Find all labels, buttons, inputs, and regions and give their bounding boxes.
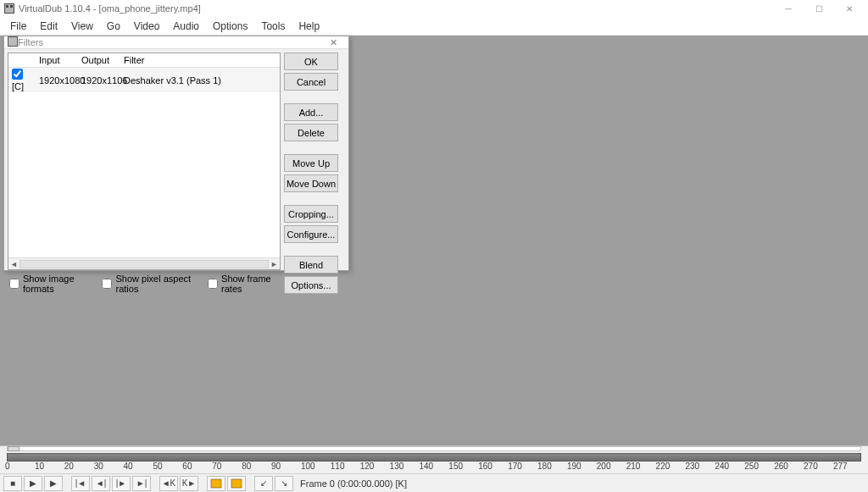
mark-out-button[interactable]: ↘ [275, 476, 293, 491]
tick-label: 270 [804, 462, 833, 471]
add-button[interactable]: Add... [284, 103, 338, 121]
tick-label: 110 [331, 462, 360, 471]
close-button[interactable]: ✕ [834, 0, 865, 17]
maximize-button[interactable]: ☐ [804, 0, 834, 17]
tick-label: 250 [744, 462, 774, 471]
filter-row-name: Deshaker v3.1 (Pass 1) [124, 75, 278, 86]
tick-label: 160 [478, 462, 508, 471]
col-filter: Filter [124, 55, 278, 65]
options-button[interactable]: Options... [284, 276, 338, 294]
step-fwd-button[interactable]: |► [112, 476, 131, 491]
menu-help[interactable]: Help [292, 19, 326, 34]
filter-row[interactable]: [C] 1920x1080 1920x1106 Deshaker v3.1 (P… [8, 68, 280, 92]
col-output: Output [81, 55, 124, 65]
app-icon [3, 3, 15, 14]
goto-end-button[interactable]: ►| [132, 476, 151, 491]
goto-start-button[interactable]: |◄ [71, 476, 90, 491]
tick-label: 230 [685, 462, 715, 471]
tick-label: 200 [597, 462, 626, 471]
timeline-ticks: 0102030405060708090100110120130140150160… [0, 462, 868, 473]
stop-button[interactable]: ■ [3, 476, 22, 491]
tick-label: 60 [182, 462, 212, 471]
play-output-button[interactable]: ▶ [44, 476, 63, 491]
timeline-slider[interactable] [7, 446, 861, 451]
tick-label: 50 [153, 462, 182, 471]
tick-label: 20 [64, 462, 94, 471]
dialog-title: Filters [18, 37, 43, 47]
minimize-button[interactable]: ─ [773, 0, 804, 17]
menu-audio[interactable]: Audio [166, 19, 206, 34]
tick-label: 10 [35, 462, 64, 471]
delete-button[interactable]: Delete [284, 124, 338, 141]
tick-label: 80 [242, 462, 271, 471]
check-show-image-formats[interactable]: Show image formats [9, 274, 90, 294]
filter-row-tag: [C] [12, 81, 24, 91]
tick-label: 70 [212, 462, 242, 471]
scene-prev-button[interactable] [207, 476, 225, 491]
menu-edit[interactable]: Edit [33, 19, 64, 34]
svg-rect-7 [231, 479, 242, 488]
tick-label: 240 [715, 462, 744, 471]
filter-list-header: Input Output Filter [8, 53, 280, 68]
tick-label: 90 [271, 462, 301, 471]
configure-button[interactable]: Configure... [284, 225, 338, 243]
filter-list[interactable]: Input Output Filter [C] 1920x1080 1920x1… [8, 53, 281, 270]
tick-label: 0 [5, 462, 35, 471]
scroll-right-icon[interactable]: ► [270, 260, 278, 268]
tick-label: 130 [390, 462, 420, 471]
window-titlebar: VirtualDub 1.10.4 - [oma_phone_jittery.m… [0, 0, 868, 17]
tick-label: 30 [94, 462, 124, 471]
filter-list-hscroll[interactable]: ◄ ► [8, 257, 280, 269]
tick-label: 170 [508, 462, 537, 471]
menu-file[interactable]: File [3, 19, 33, 34]
menu-tools[interactable]: Tools [254, 19, 292, 34]
key-next-button[interactable]: K► [180, 476, 198, 491]
tick-label: 100 [301, 462, 331, 471]
key-prev-button[interactable]: ◄K [159, 476, 178, 491]
tick-label: 120 [360, 462, 390, 471]
menu-view[interactable]: View [64, 19, 100, 34]
cropping-button[interactable]: Cropping... [284, 205, 338, 223]
filter-row-input: 1920x1080 [39, 75, 81, 86]
timeline-ruler[interactable] [7, 453, 861, 462]
window-title: VirtualDub 1.10.4 - [oma_phone_jittery.m… [19, 3, 201, 14]
menu-options[interactable]: Options [206, 19, 254, 34]
menubar: File Edit View Go Video Audio Options To… [0, 17, 868, 36]
tick-label: 180 [537, 462, 567, 471]
check-show-pixel-aspect[interactable]: Show pixel aspect ratios [102, 274, 196, 294]
tick-label: 260 [774, 462, 804, 471]
dialog-close-button[interactable]: ✕ [321, 37, 345, 48]
check-show-frame-rates[interactable]: Show frame rates [208, 274, 279, 294]
menu-video[interactable]: Video [127, 19, 166, 34]
svg-rect-2 [6, 5, 8, 8]
mark-in-button[interactable]: ↙ [254, 476, 273, 491]
timeline-area: 0102030405060708090100110120130140150160… [0, 445, 868, 492]
tick-label: 220 [656, 462, 686, 471]
dialog-icon [8, 36, 18, 48]
video-workarea: Filters ✕ Input Output Filter [0, 36, 868, 445]
filters-dialog: Filters ✕ Input Output Filter [3, 36, 349, 271]
svg-rect-3 [10, 5, 13, 8]
menu-go[interactable]: Go [100, 19, 127, 34]
transport-toolbar: ■ ▶ ▶ |◄ ◄| |► ►| ◄K K► ↙ ↘ Frame 0 (0:0… [0, 473, 868, 492]
scroll-left-icon[interactable]: ◄ [10, 260, 18, 268]
tick-label: 277 [833, 462, 863, 471]
cancel-button[interactable]: Cancel [284, 73, 338, 91]
blend-button[interactable]: Blend [284, 256, 338, 274]
play-input-button[interactable]: ▶ [24, 476, 42, 491]
tick-label: 150 [448, 462, 478, 471]
tick-label: 190 [567, 462, 597, 471]
movedown-button[interactable]: Move Down [284, 174, 338, 192]
moveup-button[interactable]: Move Up [284, 154, 338, 172]
tick-label: 140 [419, 462, 448, 471]
status-text: Frame 0 (0:00:00.000) [K] [300, 478, 407, 489]
filter-row-checkbox[interactable] [12, 69, 23, 80]
dialog-titlebar[interactable]: Filters ✕ [4, 36, 348, 49]
scene-next-button[interactable] [227, 476, 246, 491]
svg-rect-5 [8, 37, 17, 46]
ok-button[interactable]: OK [284, 53, 338, 70]
step-back-button[interactable]: ◄| [92, 476, 110, 491]
tick-label: 210 [626, 462, 656, 471]
filter-row-output: 1920x1106 [81, 75, 124, 86]
svg-rect-6 [211, 479, 221, 488]
